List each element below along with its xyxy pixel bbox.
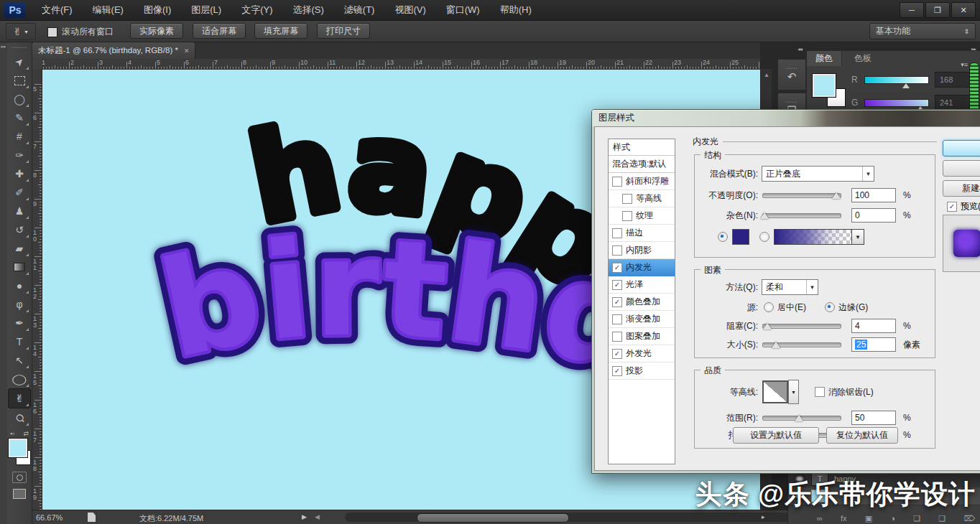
tab-swatches[interactable]: 色板 — [846, 51, 880, 66]
tab-close-icon[interactable]: ✕ — [184, 47, 190, 55]
noise-slider-thumb[interactable] — [760, 212, 769, 219]
color-radio[interactable] — [718, 232, 728, 242]
glow-color-swatch[interactable] — [732, 229, 749, 245]
panel-foreground-swatch[interactable] — [813, 74, 836, 97]
eraser-tool[interactable]: ▰ — [9, 239, 30, 258]
menu-item-9[interactable]: 帮助(H) — [490, 0, 542, 20]
status-flyout-icon[interactable]: ▶ — [302, 513, 307, 520]
dodge-tool[interactable]: φ — [9, 295, 30, 314]
method-select[interactable]: 柔和 ▼ — [762, 279, 818, 295]
antialias-option[interactable]: 消除锯齿(L) — [815, 386, 874, 398]
contour-picker[interactable] — [762, 380, 788, 403]
style-item-11[interactable]: ✓外发光 — [609, 345, 675, 362]
scroll-all-windows-option[interactable]: 滚动所有窗口 — [47, 26, 114, 38]
style-checkbox[interactable]: ✓ — [612, 366, 622, 376]
layer-style-icon[interactable]: fx — [841, 514, 847, 523]
style-checkbox[interactable] — [612, 245, 622, 256]
source-edge-radio[interactable] — [825, 302, 835, 312]
red-slider-thumb[interactable] — [902, 83, 910, 88]
tab-color[interactable]: 颜色 — [807, 51, 842, 66]
gradient-tool[interactable] — [9, 258, 30, 276]
reset-default-button[interactable]: 复位为默认值 — [826, 427, 898, 444]
style-checkbox[interactable]: ✓ — [612, 349, 622, 359]
style-checkbox[interactable]: ✓ — [612, 297, 622, 307]
horizontal-scrollbar-thumb[interactable] — [417, 513, 569, 523]
fill-screen-button[interactable]: 填充屏幕 — [254, 23, 308, 39]
current-tool-indicator[interactable]: ✌ ▼ — [6, 23, 36, 40]
fit-screen-button[interactable]: 适合屏幕 — [193, 23, 246, 39]
style-item-12[interactable]: ✓投影 — [609, 362, 675, 380]
default-colors-icon[interactable]: ▪▫ — [10, 430, 14, 437]
type-tool[interactable]: T — [9, 332, 30, 351]
style-checkbox[interactable] — [612, 177, 622, 187]
style-item-8[interactable]: ✓颜色叠加 — [609, 294, 675, 311]
style-item-3[interactable]: 纹理 — [609, 207, 675, 225]
path-selection-tool[interactable]: ↖ — [9, 351, 30, 370]
ellipse-tool[interactable]: ◯ — [9, 370, 30, 388]
opacity-value[interactable]: 100 — [851, 188, 896, 202]
eyedropper-tool[interactable]: ✑ — [9, 146, 30, 164]
menu-item-0[interactable]: 文件(F) — [32, 0, 83, 20]
menu-item-4[interactable]: 文字(Y) — [231, 0, 282, 20]
choke-slider-thumb[interactable] — [763, 323, 772, 329]
size-slider-thumb[interactable] — [772, 342, 780, 348]
gradient-picker-icon[interactable]: ▼ — [851, 229, 864, 245]
antialias-checkbox[interactable] — [815, 387, 825, 397]
restore-button[interactable]: ❐ — [925, 2, 950, 18]
new-style-button[interactable]: 新建样式(W)... — [943, 180, 980, 197]
blur-tool[interactable]: ● — [9, 276, 30, 295]
menu-item-1[interactable]: 编辑(E) — [83, 0, 134, 20]
style-checkbox[interactable]: ✓ — [612, 280, 622, 290]
style-item-4[interactable]: 描边 — [609, 225, 675, 242]
hand-tool[interactable]: ✌ — [8, 388, 31, 408]
horizontal-scrollbar[interactable] — [345, 513, 790, 522]
scroll-all-windows-checkbox[interactable] — [47, 27, 57, 37]
style-checkbox[interactable] — [612, 314, 622, 324]
history-brush-tool[interactable]: ↺ — [9, 220, 30, 239]
link-layers-icon[interactable]: ∞ — [817, 514, 823, 523]
style-checkbox[interactable] — [612, 228, 622, 238]
menu-item-5[interactable]: 选择(S) — [282, 0, 333, 20]
zoom-level[interactable]: 66.67% — [36, 513, 63, 522]
print-size-button[interactable]: 打印尺寸 — [317, 23, 370, 39]
dialog-title-bar[interactable]: 图层样式 — [592, 110, 980, 126]
style-checkbox[interactable] — [622, 211, 632, 221]
ok-button[interactable]: 确定 — [943, 140, 980, 156]
swap-colors-icon[interactable]: ⇄ — [23, 430, 29, 437]
range-value[interactable]: 50 — [851, 411, 896, 425]
noise-value[interactable]: 0 — [851, 208, 896, 223]
healing-brush-tool[interactable]: ✚ — [9, 164, 30, 183]
style-checkbox[interactable] — [622, 194, 632, 204]
layer-mask-icon[interactable]: ▣ — [865, 514, 872, 523]
screen-mode-icon[interactable] — [13, 489, 26, 499]
style-item-1[interactable]: 斜面和浮雕 — [609, 173, 675, 190]
actual-pixels-button[interactable]: 实际像素 — [130, 23, 183, 39]
preview-checkbox[interactable]: ✓ — [947, 202, 957, 212]
style-item-5[interactable]: 内阴影 — [609, 242, 675, 259]
gradient-radio[interactable] — [759, 232, 769, 242]
workspace-switcher[interactable]: 基本功能 ⇕ — [869, 23, 976, 39]
foreground-color-swatch[interactable] — [9, 439, 27, 457]
style-item-6[interactable]: ✓内发光 — [609, 259, 675, 276]
brush-tool[interactable]: ✐ — [9, 183, 30, 202]
zoom-tool[interactable]: Ϙ — [9, 408, 30, 427]
green-channel-slider[interactable] — [864, 99, 929, 107]
lasso-tool[interactable]: ◯ — [9, 90, 30, 108]
style-item-2[interactable]: 等高线 — [609, 190, 675, 207]
red-channel-slider[interactable] — [864, 76, 929, 84]
size-slider[interactable] — [762, 342, 841, 347]
menu-item-6[interactable]: 滤镜(T) — [334, 0, 385, 20]
style-item-7[interactable]: ✓光泽 — [609, 276, 675, 294]
layer-group-icon[interactable]: ❏ — [913, 514, 920, 523]
range-slider-thumb[interactable] — [795, 415, 803, 421]
set-default-button[interactable]: 设置为默认值 — [733, 427, 819, 444]
panel-menu-icon[interactable]: ▾≡ — [961, 61, 968, 68]
menu-item-2[interactable]: 图像(I) — [134, 0, 181, 20]
pen-tool[interactable]: ✒ — [9, 314, 30, 332]
quick-mask-icon[interactable] — [12, 472, 27, 483]
new-layer-icon[interactable]: ❑ — [938, 514, 946, 523]
cancel-button[interactable]: 取消 — [943, 160, 980, 177]
history-panel-icon[interactable]: ••••••↶ — [777, 59, 806, 90]
style-item-0[interactable]: 混合选项:默认 — [609, 156, 675, 173]
close-button[interactable]: ✕ — [951, 2, 976, 18]
